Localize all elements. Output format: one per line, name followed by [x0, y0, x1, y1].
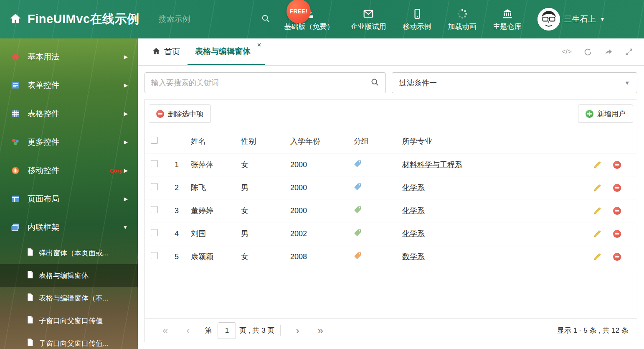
major-link[interactable]: 化学系 [402, 229, 425, 238]
source-code-icon[interactable]: </> [561, 48, 572, 56]
chevron-right-icon: ▶ [124, 168, 128, 173]
main-area: 首页 表格与编辑窗体 ✕ </> [138, 38, 644, 349]
nav-theme-store[interactable]: 主题仓库 [493, 8, 522, 31]
sidebar-item-form-controls[interactable]: 表单控件 ▶ [0, 71, 138, 99]
filter-select-value: 过滤条件一 [399, 78, 437, 88]
top-nav: 基础版（免费） 企业版试用 移动示例 [284, 8, 522, 31]
minus-circle-icon [156, 110, 164, 118]
column-header-group: 分组 [349, 129, 397, 153]
table-row: 3 董婷婷 女 2000 化学系 [145, 199, 637, 222]
edit-icon[interactable] [593, 253, 601, 261]
sidebar-subitem-popup-window[interactable]: 弹出窗体（本页面或... [0, 242, 138, 264]
filter-select[interactable]: 过滤条件一 ▼ [392, 72, 637, 93]
delete-row-icon[interactable] [613, 253, 621, 261]
row-checkbox[interactable] [151, 252, 158, 259]
keyword-search-input[interactable] [151, 79, 370, 87]
file-icon [27, 270, 33, 281]
tag-icon [354, 206, 362, 214]
sidebar-item-label: 内联框架 [28, 222, 123, 233]
nav-mobile-demo[interactable]: 移动示例 [403, 8, 431, 31]
top-search [159, 14, 244, 25]
cell-gender: 男 [236, 176, 285, 199]
edit-icon[interactable] [593, 207, 601, 215]
table-row: 1 张萍萍 女 2000 材料科学与工程系 [145, 153, 637, 176]
sidebar-item-label: 更多控件 [28, 137, 124, 148]
prev-page-icon[interactable]: ‹ [177, 326, 199, 336]
major-link[interactable]: 数学系 [402, 252, 425, 261]
table-header-row: 姓名 性别 入学年份 分组 所学专业 [145, 129, 637, 153]
sidebar-item-mobile-controls[interactable]: 移动控件 Corp. ▶ [0, 156, 138, 185]
cell-gender: 女 [236, 245, 285, 268]
nav-loading-animation[interactable]: 加载动画 [448, 8, 477, 31]
search-icon[interactable] [261, 14, 270, 25]
avatar [538, 8, 560, 31]
fullscreen-icon[interactable] [625, 48, 633, 56]
tab-grid-edit-window[interactable]: 表格与编辑窗体 ✕ [188, 38, 265, 65]
select-all-checkbox[interactable] [151, 137, 158, 144]
sidebar-subitem-grid-edit-window[interactable]: 表格与编辑窗体 [0, 264, 138, 287]
search-icon[interactable] [370, 78, 379, 88]
delete-row-icon[interactable] [613, 207, 621, 215]
tag-icon [354, 160, 362, 168]
caret-down-icon: ▼ [600, 16, 605, 22]
sidebar-subitem-child-to-parent-2[interactable]: 子窗口向父窗口传值... [0, 332, 138, 349]
sidebar-item-basic-usage[interactable]: 基本用法 ▶ [0, 43, 138, 71]
major-link[interactable]: 化学系 [402, 206, 425, 215]
edit-icon[interactable] [593, 161, 601, 169]
page-prefix: 第 [205, 326, 212, 335]
tab-label: 首页 [164, 46, 180, 57]
top-search-input[interactable] [159, 15, 261, 24]
row-index: 2 [167, 176, 186, 199]
major-link[interactable]: 化学系 [402, 183, 425, 192]
major-link[interactable]: 材料科学与工程系 [402, 160, 462, 169]
keyword-search-box [145, 72, 386, 93]
layout-icon [11, 194, 21, 204]
row-index: 4 [167, 222, 186, 245]
chevron-right-icon: ▶ [124, 54, 128, 60]
sidebar-item-inline-frame[interactable]: 内联框架 ▼ [0, 213, 138, 242]
pager-divider [280, 325, 281, 336]
cell-gender: 女 [236, 153, 285, 176]
first-page-icon[interactable]: « [153, 326, 177, 336]
row-checkbox[interactable] [151, 183, 158, 190]
edit-icon[interactable] [593, 230, 601, 238]
brand[interactable]: FineUIMvc在线示例 [9, 11, 139, 28]
table-row: 4 刘国 男 2002 化学系 [145, 222, 637, 245]
delete-row-icon[interactable] [613, 230, 621, 238]
sidebar-item-page-layout[interactable]: 页面布局 ▶ [0, 185, 138, 213]
delete-selected-button[interactable]: 删除选中项 [149, 104, 211, 123]
add-user-button[interactable]: 新增用户 [578, 104, 633, 123]
next-page-icon[interactable]: › [287, 326, 308, 336]
sidebar-subitem-child-to-parent[interactable]: 子窗口向父窗口传值 [0, 309, 138, 332]
nav-label: 基础版（免费） [284, 22, 334, 31]
share-icon[interactable] [604, 48, 613, 56]
tab-tools: </> [561, 38, 644, 65]
row-checkbox[interactable] [151, 206, 158, 213]
delete-row-icon[interactable] [613, 161, 621, 169]
nav-enterprise-trial[interactable]: 企业版试用 [351, 8, 386, 31]
form-icon [11, 81, 21, 90]
page-number-input[interactable] [218, 322, 236, 339]
edit-icon[interactable] [593, 184, 601, 192]
column-header-actions [586, 129, 637, 153]
row-checkbox[interactable] [151, 160, 158, 167]
tab-home[interactable]: 首页 [145, 38, 188, 65]
refresh-icon[interactable] [583, 48, 592, 56]
sidebar-subitem-label: 表格与编辑窗体（不... [39, 293, 109, 303]
grid-toolbar: 删除选中项 新增用户 [145, 99, 637, 129]
sidebar-item-more-controls[interactable]: 更多控件 ▶ [0, 128, 138, 156]
sidebar-item-label: 表格控件 [28, 108, 124, 119]
last-page-icon[interactable]: » [308, 326, 332, 336]
column-header-major: 所学专业 [397, 129, 586, 153]
sidebar-subitem-grid-edit-window-2[interactable]: 表格与编辑窗体（不... [0, 287, 138, 309]
more-icon [11, 138, 21, 147]
column-header-gender: 性别 [236, 129, 285, 153]
sidebar-item-grid-controls[interactable]: 表格控件 ▶ [0, 99, 138, 128]
row-checkbox[interactable] [151, 229, 158, 236]
delete-row-icon[interactable] [613, 184, 621, 192]
row-index: 3 [167, 199, 186, 222]
panel-spacer [145, 268, 637, 318]
user-menu[interactable]: 三生石上 ▼ [538, 8, 605, 31]
close-tab-icon[interactable]: ✕ [257, 42, 261, 48]
cell-year: 2000 [285, 153, 349, 176]
